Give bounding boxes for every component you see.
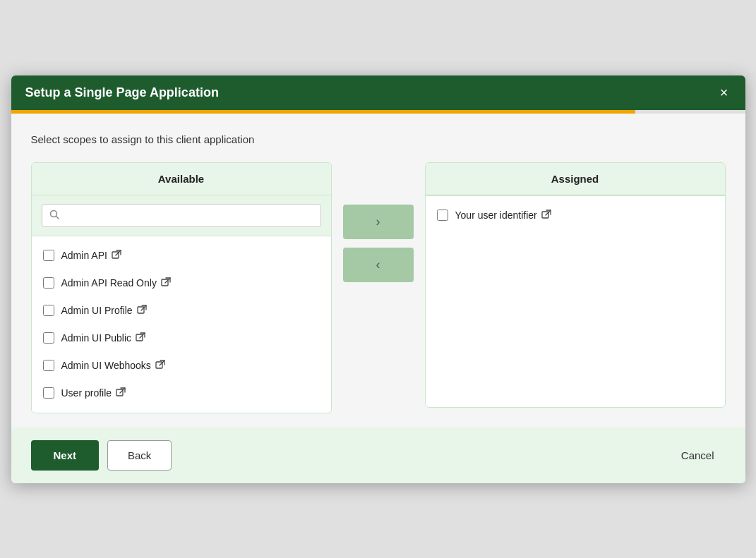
admin-ui-profile-external-link-icon[interactable] xyxy=(137,305,147,317)
search-wrapper xyxy=(42,204,321,227)
admin-api-external-link-icon[interactable] xyxy=(112,250,121,262)
admin-ui-profile-checkbox[interactable] xyxy=(43,305,54,316)
svg-rect-8 xyxy=(136,334,143,341)
modal-body: Select scopes to assign to this client a… xyxy=(11,114,745,427)
list-item: Admin UI Profile xyxy=(32,297,331,325)
admin-ui-profile-label: Admin UI Profile xyxy=(61,305,133,316)
modal-container: Setup a Single Page Application × Select… xyxy=(11,75,745,483)
svg-rect-2 xyxy=(112,252,119,258)
modal-overlay: Setup a Single Page Application × Select… xyxy=(0,0,756,558)
list-item: Admin UI Webhooks xyxy=(32,352,331,380)
user-profile-label: User profile xyxy=(61,387,112,399)
admin-ui-public-label: Admin UI Public xyxy=(61,332,132,344)
svg-rect-14 xyxy=(542,212,548,218)
assigned-panel: Assigned Your user identifier xyxy=(425,162,726,408)
transfer-left-button[interactable]: ‹ xyxy=(343,248,414,282)
list-item: Admin API xyxy=(32,242,331,269)
svg-rect-4 xyxy=(162,279,168,286)
modal-title: Setup a Single Page Application xyxy=(25,85,219,100)
subtitle-text: Select scopes to assign to this client a… xyxy=(31,133,726,145)
user-profile-external-link-icon[interactable] xyxy=(116,387,126,399)
svg-rect-6 xyxy=(138,307,144,313)
admin-api-label: Admin API xyxy=(61,250,107,261)
transfer-right-button[interactable]: › xyxy=(343,205,414,239)
transfer-controls: › ‹ xyxy=(343,162,414,282)
svg-rect-12 xyxy=(116,389,123,396)
search-input[interactable] xyxy=(65,210,313,221)
admin-ui-webhooks-external-link-icon[interactable] xyxy=(155,360,165,372)
assigned-panel-header: Assigned xyxy=(426,163,725,195)
your-user-identifier-checkbox[interactable] xyxy=(437,210,448,221)
admin-api-checkbox[interactable] xyxy=(43,250,54,261)
list-item: Admin UI Public xyxy=(32,325,331,352)
admin-ui-public-external-link-icon[interactable] xyxy=(136,332,145,344)
chevron-right-icon: › xyxy=(376,214,380,229)
admin-api-read-only-checkbox[interactable] xyxy=(43,277,54,289)
admin-ui-webhooks-checkbox[interactable] xyxy=(43,360,54,371)
search-area xyxy=(32,195,331,236)
available-scope-list: Admin API xyxy=(32,236,331,413)
modal-header: Setup a Single Page Application × xyxy=(11,75,745,110)
scopes-container: Available xyxy=(31,162,726,413)
chevron-left-icon: ‹ xyxy=(376,257,380,272)
list-item: Your user identifier xyxy=(426,202,725,229)
next-button[interactable]: Next xyxy=(31,440,100,471)
close-button[interactable]: × xyxy=(717,85,731,99)
modal-footer: Next Back Cancel xyxy=(11,427,745,483)
admin-api-read-only-external-link-icon[interactable] xyxy=(161,277,171,289)
back-button[interactable]: Back xyxy=(107,440,172,471)
assigned-scope-list: Your user identifier xyxy=(426,195,725,407)
search-icon xyxy=(49,210,59,222)
your-user-identifier-label: Your user identifier xyxy=(455,210,537,221)
admin-api-read-only-label: Admin API Read Only xyxy=(61,277,157,289)
admin-ui-public-checkbox[interactable] xyxy=(43,332,54,344)
list-item: Admin API Read Only xyxy=(32,269,331,297)
svg-line-1 xyxy=(56,216,59,219)
available-panel: Available xyxy=(31,162,332,413)
admin-ui-webhooks-label: Admin UI Webhooks xyxy=(61,360,151,371)
footer-left: Next Back xyxy=(31,440,172,471)
user-profile-checkbox[interactable] xyxy=(43,387,54,399)
your-user-identifier-external-link-icon[interactable] xyxy=(541,210,551,222)
available-panel-header: Available xyxy=(32,163,331,195)
svg-rect-10 xyxy=(156,362,162,368)
cancel-button[interactable]: Cancel xyxy=(670,441,726,470)
list-item: User profile xyxy=(32,380,331,407)
